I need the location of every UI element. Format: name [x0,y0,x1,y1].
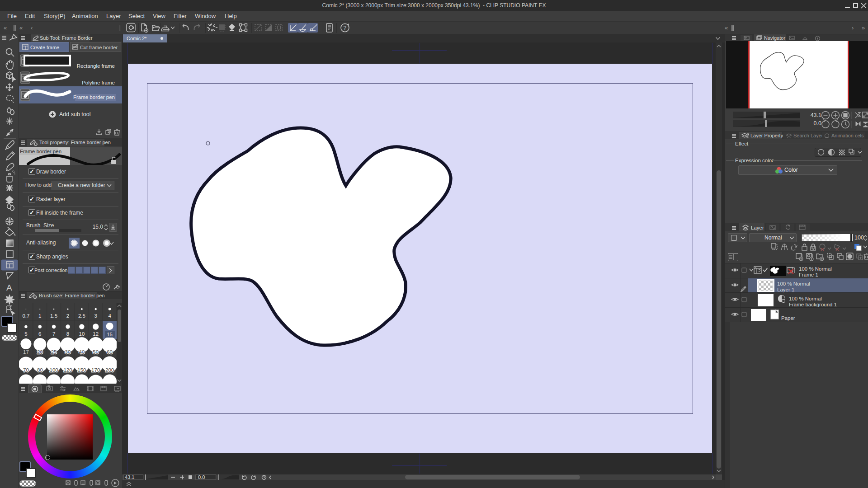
svg-text:100 % Normal: 100 % Normal [799,266,832,272]
svg-text:?: ? [344,25,347,31]
svg-text:12: 12 [93,331,99,337]
svg-text:70: 70 [23,367,29,373]
svg-text:20: 20 [37,349,43,355]
svg-text:40: 40 [79,349,85,355]
svg-text:100 % Normal: 100 % Normal [789,296,822,301]
svg-text:30: 30 [65,349,71,355]
svg-text:0.7: 0.7 [22,313,29,319]
svg-text:15: 15 [107,332,113,337]
svg-text:200: 200 [105,367,114,373]
svg-text:4: 4 [108,313,111,319]
svg-text:3: 3 [94,313,97,319]
svg-text:Layer 1: Layer 1 [777,287,794,292]
svg-text:80: 80 [37,367,43,373]
svg-text:2.5: 2.5 [78,313,85,319]
svg-text:120: 120 [63,367,72,373]
svg-text:1: 1 [38,313,41,319]
svg-text:6: 6 [38,331,41,337]
svg-text:100 % Normal: 100 % Normal [777,281,810,286]
svg-text:17: 17 [23,349,29,355]
svg-text:100: 100 [50,367,58,373]
svg-text:8: 8 [66,331,69,337]
svg-text:1.5: 1.5 [50,313,57,319]
svg-text:5: 5 [24,331,27,337]
svg-text:2: 2 [66,313,69,319]
svg-text:150: 150 [77,367,86,373]
svg-text:25: 25 [51,349,57,355]
svg-text:50: 50 [93,349,99,355]
svg-text:Frame background 1: Frame background 1 [789,302,837,307]
svg-text:7: 7 [52,331,55,337]
svg-text:Frame 1: Frame 1 [799,272,818,277]
svg-text:170: 170 [91,367,100,373]
svg-text:A: A [6,283,12,292]
svg-text:60: 60 [107,349,113,355]
svg-text:10: 10 [79,331,85,337]
svg-text:Paper: Paper [781,315,795,321]
